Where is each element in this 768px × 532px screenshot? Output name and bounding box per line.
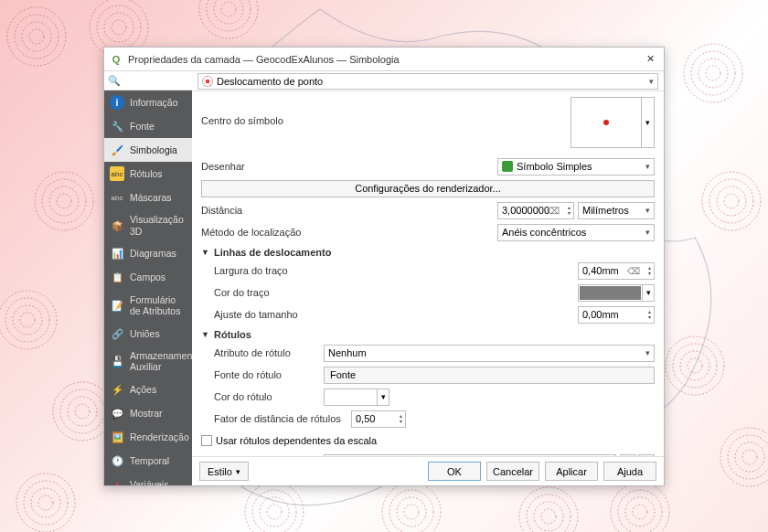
dialog-footer: Estilo▾ OK Cancelar Aplicar Ajuda (192, 456, 664, 485)
section-displacement-lines[interactable]: ▼Linhas de deslocamento (201, 247, 655, 258)
search-icon: 🔍 (108, 75, 121, 87)
labels-icon: abc (110, 166, 124, 181)
render-icon: 🖼️ (110, 430, 124, 444)
distance-unit-select[interactable]: Milímetros (578, 202, 655, 219)
draw-renderer-select[interactable]: Símbolo Simples (497, 158, 655, 176)
sidebar-item-masks[interactable]: abcMáscaras (104, 186, 192, 209)
sidebar-item-symbology[interactable]: 🖌️Simbologia (104, 138, 192, 162)
displacement-icon (202, 76, 213, 87)
label-color-button[interactable]: ▾ (324, 388, 389, 406)
qgis-icon: Q (110, 53, 123, 66)
layer-properties-dialog: Q Propriedades da camada — GeocodExAluno… (103, 47, 665, 486)
sidebar-item-display[interactable]: 💬Mostrar (104, 401, 192, 425)
cube-icon: 📦 (110, 218, 124, 233)
label-font-label: Fonte do rótulo (214, 369, 324, 380)
distance-label: Distância (201, 205, 311, 216)
section-labels[interactable]: ▼Rótulos (201, 329, 655, 340)
stroke-color-button[interactable]: ▾ (578, 284, 655, 302)
label-dist-label: Fator de distância de rótulos (214, 413, 351, 424)
center-symbol-label: Centro do símbolo (201, 97, 311, 126)
info-icon: i (110, 95, 124, 110)
sidebar-search[interactable]: 🔍 (104, 71, 192, 90)
locate-method-label: Método de localização (201, 227, 311, 238)
label-attr-select[interactable]: Nenhum (324, 345, 655, 362)
apply-button[interactable]: Aplicar (545, 462, 598, 481)
join-icon: 🔗 (110, 326, 124, 341)
close-icon[interactable]: ✕ (642, 51, 658, 68)
sidebar-item-labels[interactable]: abcRótulos (104, 162, 192, 186)
actions-icon: ⚡ (110, 382, 124, 397)
symbol-preview-menu[interactable]: ▾ (642, 97, 655, 148)
sidebar-item-temporal[interactable]: 🕐Temporal (104, 449, 192, 473)
size-adjust-spin[interactable]: 0,00mm (578, 306, 655, 324)
masks-icon: abc (110, 190, 124, 205)
label-attr-label: Atributo de rótulo (214, 347, 324, 358)
sidebar-item-actions[interactable]: ⚡Ações (104, 378, 192, 401)
stroke-color-label: Cor do traço (214, 287, 324, 298)
sidebar-item-joins[interactable]: 🔗Uniões (104, 322, 192, 346)
clock-icon: 🕐 (110, 453, 124, 468)
titlebar: Q Propriedades da camada — GeocodExAluno… (104, 48, 664, 71)
distance-spin[interactable]: 3,0000000⌫ (497, 202, 574, 219)
symbology-icon: 🖌️ (110, 143, 124, 157)
sidebar-item-source[interactable]: 🔧Fonte (104, 114, 192, 138)
diagram-icon: 📊 (110, 247, 124, 261)
search-input[interactable] (123, 75, 188, 86)
sidebar-item-info[interactable]: iInformação (104, 90, 192, 114)
sidebar-item-diagrams[interactable]: 📊Diagramas (104, 242, 192, 266)
label-dist-spin[interactable]: 0,50 (351, 410, 406, 428)
label-color-label: Cor do rótulo (214, 391, 324, 402)
label-font-button[interactable]: Fonte (324, 367, 655, 384)
sidebar-item-3d[interactable]: 📦Visualização 3D (104, 209, 192, 241)
help-button[interactable]: Ajuda (603, 462, 656, 481)
scale-dependent-label: Usar rótulos dependentes da escala (216, 435, 377, 446)
style-menu-button[interactable]: Estilo▾ (199, 462, 249, 481)
draw-label: Desenhar (201, 161, 311, 172)
storage-icon: 💾 (110, 354, 124, 368)
ok-button[interactable]: OK (428, 462, 481, 481)
cancel-button[interactable]: Cancelar (486, 462, 539, 481)
form-icon: 📝 (110, 298, 124, 313)
window-title: Propriedades da camada — GeocodExAlunos … (128, 54, 400, 65)
display-icon: 💬 (110, 406, 124, 420)
source-icon: 🔧 (110, 119, 124, 133)
stroke-width-spin[interactable]: 0,40mm⌫ (578, 262, 655, 280)
sidebar-item-rendering[interactable]: 🖼️Renderização (104, 425, 192, 449)
single-symbol-icon (502, 161, 513, 172)
locate-method-select[interactable]: Anéis concêntricos (497, 224, 655, 241)
sidebar-item-aux[interactable]: 💾Armazenamento Auxiliar (104, 346, 192, 378)
renderer-settings-button[interactable]: Configurações do renderizador... (201, 180, 655, 197)
sidebar-item-variables[interactable]: εVariáveis (104, 473, 192, 485)
sidebar: iInformação 🔧Fonte 🖌️Simbologia abcRótul… (104, 90, 192, 485)
min-scale-select[interactable]: 0 (324, 454, 616, 457)
stroke-width-label: Largura do traço (214, 265, 324, 276)
var-icon: ε (110, 477, 124, 485)
symbol-preview[interactable] (571, 97, 642, 148)
size-adjust-label: Ajuste do tamanho (214, 309, 324, 320)
sidebar-item-fields[interactable]: 📋Campos (104, 266, 192, 290)
renderer-select[interactable]: Deslocamento de ponto (197, 73, 658, 90)
sidebar-item-attr-form[interactable]: 📝Formulário de Atributos (104, 290, 192, 322)
fields-icon: 📋 (110, 271, 124, 285)
scale-dependent-checkbox[interactable] (201, 435, 212, 446)
